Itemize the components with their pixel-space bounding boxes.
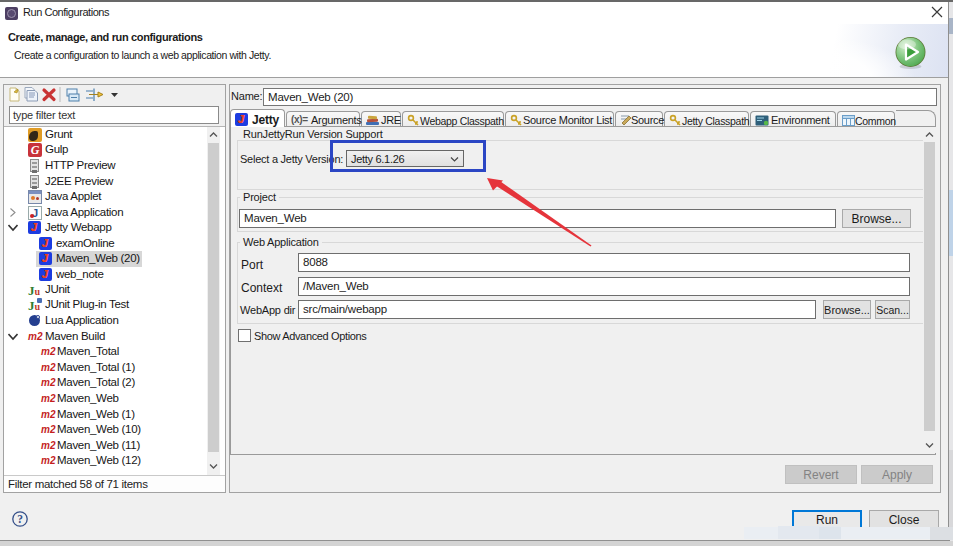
svg-text:?: ? — [17, 513, 23, 525]
